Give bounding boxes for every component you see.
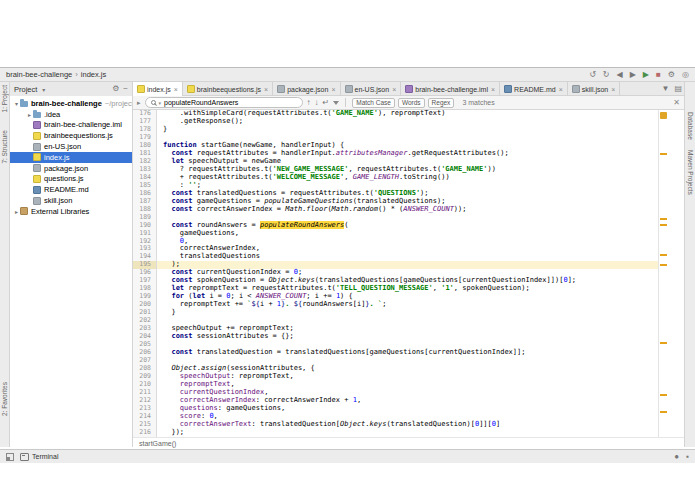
code-line[interactable]: 191 gameQuestions, bbox=[133, 230, 658, 238]
hide-panel-icon[interactable]: − bbox=[123, 85, 128, 93]
project-panel-header[interactable]: Project ▾ ⚙− bbox=[10, 82, 133, 96]
code-text: correctAnswerText: translatedQuestion[Ob… bbox=[157, 421, 500, 429]
folder-icon bbox=[20, 101, 28, 107]
tree-item-brain-bee-challenge[interactable]: ▾brain-bee-challenge~/projects/brain-bee… bbox=[10, 98, 132, 109]
code-line[interactable]: 184 + requestAttributes.t('WELCOME_MESSA… bbox=[133, 174, 658, 182]
close-tab-icon[interactable]: × bbox=[491, 86, 495, 93]
status-bar: Terminal ●▪ bbox=[0, 449, 695, 463]
stripe-mark[interactable] bbox=[660, 264, 667, 266]
toggle-words[interactable]: Words bbox=[398, 98, 425, 108]
tool-button-project[interactable]: 1: Project bbox=[1, 85, 8, 112]
code-line[interactable]: 216 }); bbox=[133, 429, 658, 437]
hidden-tabs-icon[interactable]: ▼ bbox=[662, 85, 670, 93]
stripe-mark[interactable] bbox=[660, 224, 667, 226]
undo-icon[interactable]: ↺ bbox=[589, 71, 596, 79]
tree-item-README.md[interactable]: README.md bbox=[10, 184, 132, 195]
stop-icon[interactable]: ■ bbox=[656, 71, 661, 79]
filter-icon[interactable] bbox=[333, 101, 339, 105]
tab-package.json[interactable]: package.json× bbox=[273, 82, 340, 96]
toggle-match-case[interactable]: Match Case bbox=[352, 98, 395, 108]
code-line[interactable]: 215 correctAnswerText: translatedQuestio… bbox=[133, 421, 658, 429]
title-bar: brain-bee-challenge › index.js ↺↻◀▶▶■⚙◎ bbox=[0, 68, 695, 82]
terminal-label: Terminal bbox=[32, 453, 58, 460]
tab-brain-bee-challenge.iml[interactable]: brain-bee-challenge.iml× bbox=[401, 82, 500, 96]
match-count: 3 matches bbox=[462, 99, 494, 106]
stripe-mark[interactable] bbox=[660, 394, 667, 396]
back-icon[interactable]: ◀ bbox=[617, 71, 623, 79]
indicator-icon[interactable]: ▪ bbox=[686, 453, 689, 461]
tree-item-questions.js[interactable]: questions.js bbox=[10, 174, 132, 185]
toolbar-icons: ↺↻◀▶▶■⚙◎ bbox=[589, 71, 689, 79]
code-line[interactable]: 204 const sessionAttributes = {}; bbox=[133, 333, 658, 341]
close-tab-icon[interactable]: × bbox=[392, 86, 396, 93]
tree-item-package.json[interactable]: package.json bbox=[10, 163, 132, 174]
ide-window: brain-bee-challenge › index.js ↺↻◀▶▶■⚙◎ … bbox=[0, 67, 695, 462]
breadcrumb: startGame() bbox=[133, 437, 684, 449]
search-history-chevron-icon[interactable]: ▾ bbox=[159, 100, 162, 106]
code-line[interactable]: 177 .getResponse(); bbox=[133, 118, 658, 126]
tree-item-brain-bee-challenge.iml[interactable]: brain-bee-challenge.iml bbox=[10, 120, 132, 131]
tab-index.js[interactable]: index.js× bbox=[133, 82, 183, 96]
inspection-status-icon[interactable] bbox=[660, 112, 667, 119]
forward-icon[interactable]: ▶ bbox=[630, 71, 636, 79]
stripe-mark[interactable] bbox=[660, 342, 667, 344]
tree-item-label: package.json bbox=[44, 164, 88, 173]
tab-skill.json[interactable]: skill.json× bbox=[568, 82, 621, 96]
settings-icon[interactable]: ⚙ bbox=[112, 85, 119, 93]
code-line[interactable]: 201 } bbox=[133, 309, 658, 317]
line-number[interactable]: 216 bbox=[133, 429, 157, 437]
editor-layout-icon[interactable]: ▤ bbox=[674, 85, 682, 93]
tree-item-en-US.json[interactable]: en-US.json bbox=[10, 141, 132, 152]
find-toggles: Match CaseWordsRegex bbox=[352, 98, 454, 108]
redo-icon[interactable]: ↻ bbox=[603, 71, 610, 79]
stripe-mark[interactable] bbox=[660, 411, 667, 413]
tool-button-database[interactable]: Database bbox=[687, 112, 694, 140]
close-find-bar-icon[interactable]: ✕ bbox=[673, 98, 680, 107]
code-line[interactable]: 188 const correctAnswerIndex = Math.floo… bbox=[133, 206, 658, 214]
stripe-mark[interactable] bbox=[660, 254, 667, 256]
tool-button-maven[interactable]: Maven Projects bbox=[687, 150, 694, 195]
chevron-right-icon[interactable]: ▸ bbox=[13, 208, 20, 215]
chevron-down-icon[interactable]: ▾ bbox=[13, 100, 20, 107]
tree-item-External Libraries[interactable]: ▸External Libraries bbox=[10, 206, 132, 217]
previous-occurrence-icon[interactable]: ↑ bbox=[307, 99, 311, 107]
notifications-icon[interactable]: ● bbox=[674, 453, 679, 461]
chevron-down-icon[interactable]: ▾ bbox=[40, 86, 47, 93]
close-tab-icon[interactable]: × bbox=[559, 86, 563, 93]
toggle-regex[interactable]: Regex bbox=[428, 98, 455, 108]
code-line[interactable]: 200 repromptText += `${i + 1}. ${roundAn… bbox=[133, 301, 658, 309]
close-tab-icon[interactable]: × bbox=[611, 86, 615, 93]
find-enter-icon[interactable]: ↵ bbox=[323, 99, 330, 107]
lib-icon bbox=[20, 207, 28, 215]
stripe-mark[interactable] bbox=[660, 218, 667, 220]
tree-item-label: brain-bee-challenge bbox=[31, 99, 102, 108]
tool-button-favorites[interactable]: 2: Favorites bbox=[1, 382, 8, 416]
tool-window-switcher-icon[interactable] bbox=[6, 453, 14, 461]
stripe-mark[interactable] bbox=[660, 153, 667, 155]
next-occurrence-icon[interactable]: ↓ bbox=[315, 99, 319, 107]
code-line[interactable]: 178} bbox=[133, 126, 658, 134]
settings-icon[interactable]: ⚙ bbox=[668, 71, 675, 79]
tree-item-.idea[interactable]: ▸.idea bbox=[10, 109, 132, 120]
search-everywhere-icon[interactable]: ◎ bbox=[682, 71, 689, 79]
tree-item-index.js[interactable]: index.js bbox=[10, 152, 132, 163]
expand-replace-icon[interactable]: ▸ bbox=[137, 99, 141, 107]
tab-README.md[interactable]: README.md× bbox=[500, 82, 568, 96]
tree-item-skill.json[interactable]: skill.json bbox=[10, 195, 132, 206]
tool-button-structure[interactable]: 7: Structure bbox=[1, 130, 8, 164]
search-input[interactable]: ▾ populateRoundAnswers bbox=[145, 97, 303, 108]
close-tab-icon[interactable]: × bbox=[264, 86, 268, 93]
terminal-button[interactable]: Terminal bbox=[20, 453, 58, 461]
code-line[interactable]: 194 translatedQuestions bbox=[133, 253, 658, 261]
tab-en-US.json[interactable]: en-US.json× bbox=[341, 82, 402, 96]
breadcrumb-item[interactable]: startGame() bbox=[139, 440, 176, 447]
tab-brainbeequestions.js[interactable]: brainbeequestions.js× bbox=[183, 82, 273, 96]
chevron-right-icon[interactable]: ▸ bbox=[26, 111, 33, 118]
tree-item-brainbeequestions.js[interactable]: brainbeequestions.js bbox=[10, 130, 132, 141]
code-line[interactable]: 206 const translatedQuestion = translate… bbox=[133, 349, 658, 357]
code-area[interactable]: 176 .withSimpleCard(requestAttributes.t(… bbox=[133, 110, 658, 437]
find-bar: ▸ ▾ populateRoundAnswers ↑↓↵ Match CaseW… bbox=[133, 96, 684, 110]
close-tab-icon[interactable]: × bbox=[174, 86, 178, 93]
close-tab-icon[interactable]: × bbox=[331, 86, 335, 93]
run-icon[interactable]: ▶ bbox=[643, 71, 649, 79]
